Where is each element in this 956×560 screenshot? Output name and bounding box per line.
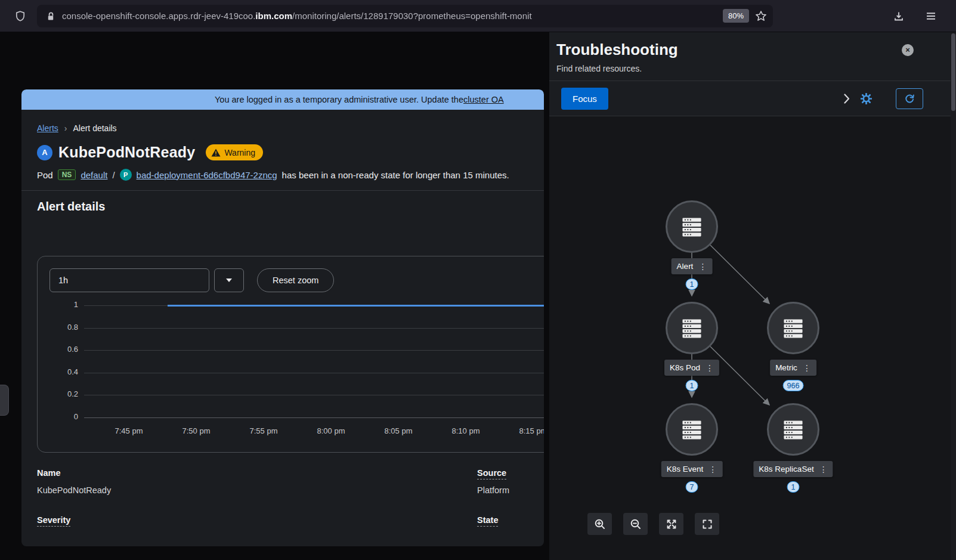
- node-count-badge-metric: 966: [783, 380, 804, 391]
- node-label-text: K8s Pod: [670, 363, 700, 372]
- zoom-level-badge[interactable]: 80%: [723, 9, 749, 23]
- url-bar[interactable]: console-openshift-console.apps.rdr-jeev-…: [37, 5, 773, 27]
- topology-canvas[interactable]: Alert ⋮ K8s Pod ⋮ Metric ⋮ K8s Event ⋮ K…: [549, 116, 951, 560]
- zoom-in-icon: [594, 518, 606, 530]
- chevron-right-icon[interactable]: [844, 94, 850, 104]
- graph-node-alert[interactable]: [666, 200, 718, 253]
- reset-zoom-button[interactable]: Reset zoom: [257, 268, 334, 292]
- fullscreen-button[interactable]: [695, 513, 719, 535]
- panel-title: Troubleshooting: [556, 41, 939, 59]
- temporary-user-banner: You are logged in as a temporary adminis…: [21, 89, 544, 110]
- breadcrumb-separator: ›: [64, 123, 67, 133]
- node-label-k8s-replicaset[interactable]: K8s ReplicaSet ⋮: [753, 461, 833, 477]
- refresh-button[interactable]: [896, 88, 923, 109]
- node-count-badge-k8s-replicaset: 1: [787, 481, 800, 493]
- metrics-chart-card: 1h Reset zoom 10.80.60.40.207:45 pm7:50 …: [37, 256, 544, 453]
- section-divider: [21, 190, 544, 191]
- download-icon[interactable]: [893, 10, 905, 22]
- chart-gridline: [84, 328, 544, 329]
- namespace-badge: NS: [58, 169, 76, 180]
- y-axis-tick-label: 0.2: [49, 389, 78, 398]
- description-separator: /: [112, 170, 115, 180]
- alert-description: Pod NS default / P bad-deployment-6d6cfb…: [37, 169, 544, 181]
- graph-edges: [549, 116, 951, 552]
- graph-node-k8s-replicaset[interactable]: [767, 403, 819, 456]
- field-label-source[interactable]: Source: [477, 468, 506, 479]
- troubleshooting-panel: Troubleshooting × Find related resources…: [549, 32, 951, 560]
- cluster-oauth-link[interactable]: cluster OA: [463, 95, 504, 104]
- expand-arrows-icon: [666, 519, 677, 530]
- kebab-menu-icon[interactable]: ⋮: [709, 465, 717, 474]
- pod-link[interactable]: bad-deployment-6d6cfbd947-2zncg: [137, 170, 277, 180]
- close-icon: ×: [902, 44, 914, 56]
- server-icon: [781, 316, 805, 340]
- breadcrumb: Alerts › Alert details: [37, 123, 544, 133]
- severity-warning-badge: Warning: [206, 144, 263, 160]
- duration-input[interactable]: 1h: [49, 268, 209, 292]
- page-scrollbar[interactable]: [951, 32, 956, 560]
- zoom-out-icon: [630, 518, 642, 530]
- fit-to-screen-button[interactable]: [659, 513, 683, 535]
- node-label-text: Metric: [775, 363, 797, 372]
- close-panel-button[interactable]: ×: [902, 44, 914, 56]
- alert-title-row: A KubePodNotReady Warning: [37, 144, 544, 161]
- duration-dropdown-button[interactable]: [214, 268, 244, 292]
- caret-down-icon: [226, 279, 232, 282]
- field-label-severity[interactable]: Severity: [37, 515, 70, 527]
- server-icon: [781, 417, 805, 441]
- kebab-menu-icon[interactable]: ⋮: [819, 465, 828, 474]
- x-axis-tick-label: 7:50 pm: [182, 426, 211, 435]
- node-label-metric[interactable]: Metric ⋮: [770, 360, 816, 376]
- node-label-alert[interactable]: Alert ⋮: [672, 258, 713, 274]
- zoom-in-button[interactable]: [587, 513, 612, 535]
- canvas-zoom-controls: [587, 513, 719, 535]
- url-prefix: console-openshift-console.apps.rdr-jeev-…: [62, 11, 255, 21]
- shield-icon[interactable]: [14, 10, 26, 22]
- kebab-menu-icon[interactable]: ⋮: [698, 262, 707, 271]
- x-axis-tick-label: 8:15 pm: [519, 426, 544, 435]
- drawer-toggle-handle[interactable]: [0, 385, 9, 416]
- lock-icon[interactable]: [45, 11, 56, 21]
- chart-series-line: [168, 305, 544, 307]
- settings-gear-icon[interactable]: [861, 93, 872, 104]
- url-path: /monitoring/alerts/1289179030?prometheus…: [292, 11, 532, 21]
- description-suffix: has been in a non-ready state for longer…: [282, 170, 509, 180]
- node-count-badge-alert: 1: [686, 279, 698, 290]
- node-label-k8s-event[interactable]: K8s Event ⋮: [661, 461, 723, 477]
- bookmark-star-icon[interactable]: [755, 10, 767, 22]
- chart-controls: 1h Reset zoom: [49, 268, 544, 292]
- field-label-state[interactable]: State: [477, 515, 498, 527]
- y-axis-tick-label: 1: [49, 300, 78, 309]
- sync-icon: [904, 92, 915, 104]
- field-source: Source Platform: [477, 468, 544, 495]
- fullscreen-icon: [702, 519, 713, 530]
- alert-details-page: You are logged in as a temporary adminis…: [21, 89, 544, 546]
- focus-button[interactable]: Focus: [561, 88, 608, 110]
- scrollbar-thumb[interactable]: [951, 33, 955, 111]
- namespace-link[interactable]: default: [81, 170, 107, 180]
- chart-gridline: [84, 417, 544, 418]
- node-label-text: K8s Event: [667, 465, 704, 474]
- node-label-text: Alert: [677, 262, 694, 271]
- breadcrumb-current: Alert details: [73, 123, 116, 133]
- time-series-chart: 10.80.60.40.207:45 pm7:50 pm7:55 pm8:00 …: [49, 299, 544, 440]
- alert-details-heading: Alert details: [37, 200, 544, 214]
- kebab-menu-icon[interactable]: ⋮: [706, 363, 714, 373]
- menu-hamburger-icon[interactable]: [925, 10, 937, 22]
- zoom-out-button[interactable]: [623, 513, 648, 535]
- graph-node-k8s-pod[interactable]: [666, 302, 718, 354]
- field-state: State: [477, 515, 544, 533]
- url-domain: ibm.com: [255, 11, 292, 21]
- field-value-source: Platform: [477, 485, 544, 495]
- node-label-text: K8s ReplicaSet: [759, 465, 813, 474]
- graph-node-metric[interactable]: [767, 302, 819, 354]
- warning-triangle-icon: [211, 148, 221, 157]
- node-label-k8s-pod[interactable]: K8s Pod ⋮: [664, 360, 719, 376]
- graph-node-k8s-event[interactable]: [666, 403, 718, 456]
- kebab-menu-icon[interactable]: ⋮: [803, 363, 811, 373]
- field-label-name: Name: [37, 468, 61, 478]
- x-axis-tick-label: 8:00 pm: [317, 426, 345, 435]
- node-count-badge-k8s-event: 7: [686, 481, 698, 493]
- breadcrumb-alerts-link[interactable]: Alerts: [37, 123, 58, 133]
- browser-toolbar: console-openshift-console.apps.rdr-jeev-…: [0, 0, 956, 32]
